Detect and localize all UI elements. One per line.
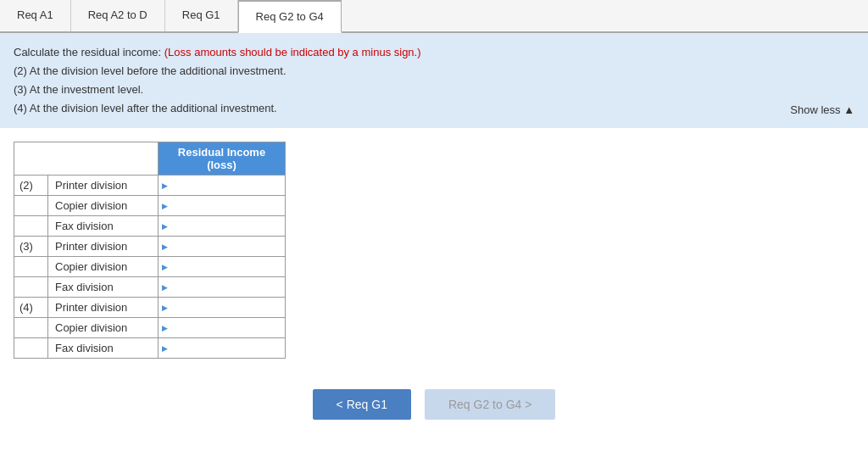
tab-req-g2-g4[interactable]: Req G2 to G4: [238, 0, 342, 33]
residual-income-input[interactable]: [170, 196, 285, 215]
table-row: (3)Printer division: [14, 237, 286, 257]
instruction-line4: (4) At the division level after the addi…: [14, 99, 854, 118]
residual-income-input[interactable]: [170, 257, 285, 276]
residual-income-cell[interactable]: [159, 318, 286, 338]
instruction-warning: (Loss amounts should be indicated by a m…: [164, 46, 421, 59]
row-group-label: [14, 216, 48, 237]
table-row: Fax division: [14, 277, 286, 298]
tab-bar: Req A1 Req A2 to D Req G1 Req G2 to G4: [0, 0, 868, 33]
row-division-label: Fax division: [48, 338, 159, 359]
row-division-label: Printer division: [48, 298, 159, 318]
prev-button[interactable]: < Req G1: [313, 389, 411, 420]
residual-income-cell[interactable]: [159, 257, 286, 277]
residual-income-cell[interactable]: [159, 338, 286, 359]
residual-income-cell[interactable]: [159, 237, 286, 257]
row-division-label: Copier division: [48, 196, 159, 216]
instruction-line2: (2) At the division level before the add…: [14, 62, 854, 81]
tab-req-g1[interactable]: Req G1: [165, 0, 238, 31]
tab-req-a1[interactable]: Req A1: [0, 0, 71, 31]
instruction-line3: (3) At the investment level.: [14, 81, 854, 99]
residual-income-cell[interactable]: [159, 216, 286, 237]
residual-income-input[interactable]: [170, 277, 285, 297]
residual-income-input[interactable]: [170, 176, 285, 195]
row-group-label: (3): [14, 237, 48, 257]
row-division-label: Printer division: [48, 237, 159, 257]
show-less-button[interactable]: Show less: [790, 101, 854, 120]
row-group-label: (2): [14, 176, 48, 196]
instruction-prefix: Calculate the residual income:: [14, 46, 164, 59]
col-header-residual-income: Residual Income (loss): [159, 142, 286, 176]
row-group-label: [14, 318, 48, 338]
row-division-label: Copier division: [48, 257, 159, 277]
tab-req-a2-d[interactable]: Req A2 to D: [71, 0, 165, 31]
row-group-label: [14, 196, 48, 216]
bottom-nav: < Req G1 Req G2 to G4 >: [0, 372, 868, 437]
row-group-label: [14, 277, 48, 298]
row-division-label: Fax division: [48, 277, 159, 298]
table-row: Fax division: [14, 216, 286, 237]
next-button[interactable]: Req G2 to G4 >: [425, 389, 555, 420]
row-division-label: Fax division: [48, 216, 159, 237]
residual-income-input[interactable]: [170, 237, 285, 256]
row-group-label: [14, 338, 48, 359]
row-division-label: Copier division: [48, 318, 159, 338]
table-wrapper: Residual Income (loss) (2)Printer divisi…: [0, 128, 868, 372]
residual-income-input[interactable]: [170, 338, 285, 358]
table-row: Fax division: [14, 338, 286, 359]
residual-income-input[interactable]: [170, 318, 285, 337]
residual-income-cell[interactable]: [159, 298, 286, 318]
table-row: (2)Printer division: [14, 176, 286, 196]
table-row: Copier division: [14, 318, 286, 338]
residual-income-cell[interactable]: [159, 196, 286, 216]
residual-income-cell[interactable]: [159, 176, 286, 196]
residual-income-cell[interactable]: [159, 277, 286, 298]
row-group-label: [14, 257, 48, 277]
table-row: Copier division: [14, 257, 286, 277]
row-group-label: (4): [14, 298, 48, 318]
instruction-line1: Calculate the residual income: (Loss amo…: [14, 43, 854, 62]
instructions-panel: Calculate the residual income: (Loss amo…: [0, 33, 868, 128]
residual-income-table: Residual Income (loss) (2)Printer divisi…: [14, 142, 286, 359]
table-row: (4)Printer division: [14, 298, 286, 318]
row-division-label: Printer division: [48, 176, 159, 196]
residual-income-input[interactable]: [170, 216, 285, 236]
residual-income-input[interactable]: [170, 298, 285, 317]
table-row: Copier division: [14, 196, 286, 216]
